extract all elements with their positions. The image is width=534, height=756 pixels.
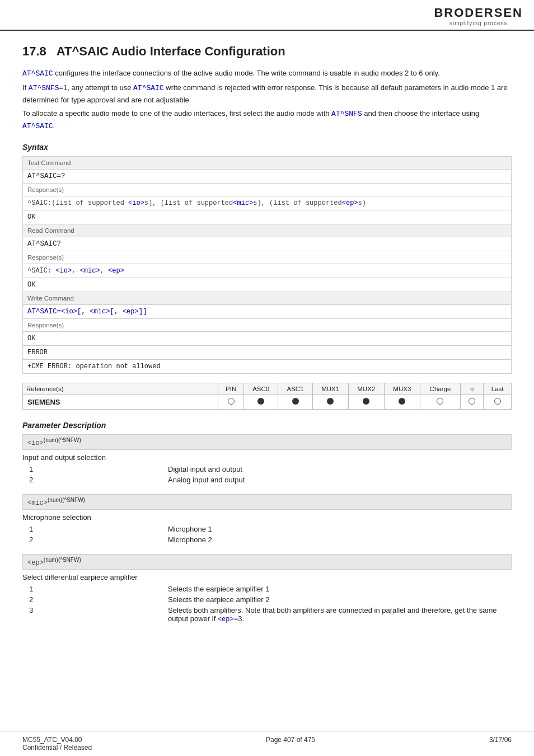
ep-item-3: 3 Selects both amplifiers. Note that bot…	[22, 605, 512, 624]
io-item-1-num: 1	[22, 465, 168, 473]
mic-item-1-val: Microphone 1	[168, 525, 512, 533]
write-command-label: Write Command	[23, 292, 512, 304]
read-command-header-row: Read Command	[23, 224, 512, 237]
ep-item-2: 2 Selects the earpiece amplifier 2	[22, 594, 512, 605]
write-err-value: ERROR	[23, 345, 512, 359]
test-ok-row: OK	[23, 210, 512, 224]
write-command-header-row: Write Command	[23, 292, 512, 304]
ep-item-3-num: 3	[22, 606, 168, 623]
reference-header-row: Reference(s) PIN ASC0 ASC1 MUX1 MUX2 MUX…	[23, 383, 512, 395]
logo-sub: simplifying process	[434, 20, 523, 26]
test-response-label: Response(s)	[23, 183, 512, 196]
write-err-row: ERROR	[23, 345, 512, 359]
siemens-pin	[218, 395, 244, 409]
write-command-row: AT^SAIC=<io>[, <mic>[, <ep>]]	[23, 304, 512, 318]
mic-item-1: 1 Microphone 1	[22, 524, 512, 534]
logo-main: BRODERSEN	[434, 6, 523, 20]
footer-left: MC55_ATC_V04.00 Confidential / Released	[22, 736, 92, 752]
ep-param-header: <ep>(num)(^SNFW)	[22, 554, 512, 570]
test-command-header-row: Test Command	[23, 156, 512, 169]
io-param-desc: Input and output selection	[22, 450, 512, 464]
section-title: 17.8 AT^SAIC Audio Interface Configurati…	[22, 44, 512, 59]
siemens-label: SIEMENS	[23, 395, 218, 409]
io-item-2: 2 Analog input and output	[22, 475, 512, 485]
test-response-value: ^SAIC:(list of supported <io>s), (list o…	[23, 196, 512, 210]
ref-special-header: ☼	[461, 383, 484, 395]
ref-mux2-header: MUX2	[348, 383, 384, 395]
footer: MC55_ATC_V04.00 Confidential / Released …	[0, 731, 534, 756]
ref-mux1-header: MUX1	[312, 383, 348, 395]
ref-label-header: Reference(s)	[23, 383, 218, 395]
io-item-2-num: 2	[22, 476, 168, 484]
test-command-row: AT^SAIC=?	[23, 169, 512, 183]
siemens-charge	[420, 395, 460, 409]
ep-item-2-num: 2	[22, 595, 168, 604]
main-content: 17.8 AT^SAIC Audio Interface Configurati…	[0, 31, 534, 645]
read-command-label: Read Command	[23, 224, 512, 237]
write-ok-value: OK	[23, 331, 512, 345]
write-cme-value: +CME ERROR: operation not allowed	[23, 359, 512, 373]
section-number: 17.8	[22, 44, 46, 59]
io-param-section: <io>(num)(^SNFW) Input and output select…	[22, 434, 512, 485]
write-ok-row: OK	[23, 331, 512, 345]
test-ok-value: OK	[23, 210, 512, 224]
saic-ref3: AT^SAIC	[22, 122, 53, 130]
siemens-asc0	[244, 395, 278, 409]
mic-param-header: <mic>(num)(^SNFW)	[22, 494, 512, 510]
logo: BRODERSEN simplifying process	[434, 6, 523, 26]
siemens-mux3	[384, 395, 420, 409]
test-response-label-row: Response(s)	[23, 183, 512, 196]
syntax-heading: Syntax	[22, 143, 512, 152]
footer-doc-id: MC55_ATC_V04.00	[22, 736, 92, 744]
ref-asc1-header: ASC1	[278, 383, 312, 395]
write-response-label: Response(s)	[23, 318, 512, 331]
read-ok-row: OK	[23, 278, 512, 292]
read-response-value: ^SAIC: <io>, <mic>, <ep>	[23, 264, 512, 278]
test-command-label: Test Command	[23, 156, 512, 169]
intro-line1: AT^SAIC configures the interface connect…	[22, 68, 512, 80]
siemens-mux2	[348, 395, 384, 409]
ep-superscript: (num)(^SNFW)	[44, 557, 81, 563]
write-cme-row: +CME ERROR: operation not allowed	[23, 359, 512, 373]
ref-mux3-header: MUX3	[384, 383, 420, 395]
footer-page: Page 407 of 475	[266, 736, 315, 752]
ep-item-1: 1 Selects the earpiece amplifier 1	[22, 584, 512, 594]
ref-pin-header: PIN	[218, 383, 244, 395]
ref-last-header: Last	[484, 383, 512, 395]
siemens-mux1	[312, 395, 348, 409]
siemens-special	[461, 395, 484, 409]
snfs-ref1: AT^SNFS	[29, 84, 59, 92]
read-response-label-row: Response(s)	[23, 251, 512, 264]
ep-item-1-num: 1	[22, 585, 168, 593]
write-command-value: AT^SAIC=<io>[, <mic>[, <ep>]]	[23, 304, 512, 318]
snfs-ref2: AT^SNFS	[331, 110, 362, 118]
reference-table: Reference(s) PIN ASC0 ASC1 MUX1 MUX2 MUX…	[22, 383, 512, 410]
mic-superscript: (num)(^SNFW)	[48, 497, 85, 503]
read-response-label: Response(s)	[23, 251, 512, 264]
read-response-row: ^SAIC: <io>, <mic>, <ep>	[23, 264, 512, 278]
io-item-2-val: Analog input and output	[168, 476, 512, 484]
syntax-table: Test Command AT^SAIC=? Response(s) ^SAIC…	[22, 156, 512, 374]
siemens-row: SIEMENS	[23, 395, 512, 409]
io-superscript: (num)(^SNFW)	[44, 437, 81, 443]
test-command-value: AT^SAIC=?	[23, 169, 512, 183]
footer-date: 3/17/06	[489, 736, 512, 752]
test-response-row: ^SAIC:(list of supported <io>s), (list o…	[23, 196, 512, 210]
intro-line2: If AT^SNFS=1, any attempt to use AT^SAIC…	[22, 82, 512, 106]
intro-line3: To allocate a specific audio mode to one…	[22, 108, 512, 133]
saic-ref1: AT^SAIC	[22, 69, 53, 78]
read-ok-value: OK	[23, 278, 512, 292]
ep-param-desc: Select differential earpiece amplifier	[22, 570, 512, 584]
ep-item-1-val: Selects the earpiece amplifier 1	[168, 585, 512, 593]
read-command-row: AT^SAIC?	[23, 237, 512, 251]
param-desc-heading: Parameter Description	[22, 421, 512, 430]
header: BRODERSEN simplifying process	[0, 0, 534, 31]
mic-item-2-num: 2	[22, 536, 168, 544]
mic-param-section: <mic>(num)(^SNFW) Microphone selection 1…	[22, 494, 512, 545]
ref-asc0-header: ASC0	[244, 383, 278, 395]
io-item-1: 1 Digital input and output	[22, 464, 512, 475]
saic-ref2: AT^SAIC	[133, 84, 164, 92]
write-response-label-row: Response(s)	[23, 318, 512, 331]
section-heading: AT^SAIC Audio Interface Configuration	[57, 44, 285, 59]
mic-param-desc: Microphone selection	[22, 510, 512, 524]
